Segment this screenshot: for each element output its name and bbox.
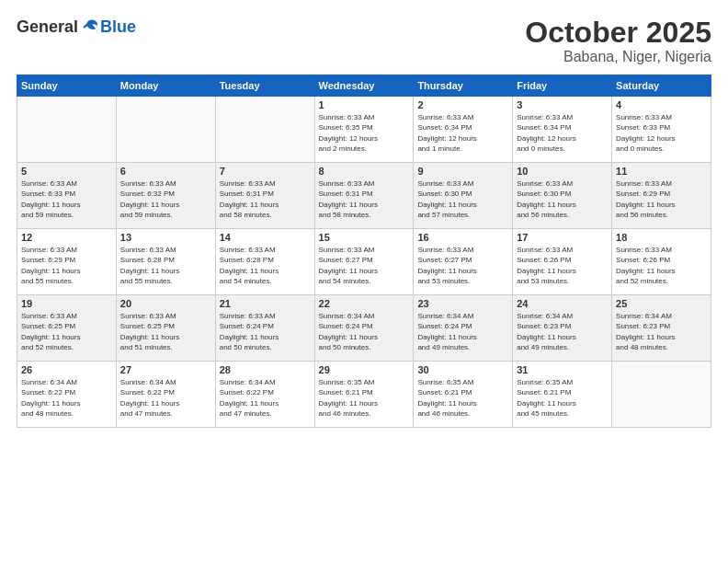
calendar-cell: 20Sunrise: 6:33 AM Sunset: 6:25 PM Dayli… — [116, 295, 215, 362]
calendar-cell: 1Sunrise: 6:33 AM Sunset: 6:35 PM Daylig… — [314, 97, 414, 163]
day-number: 6 — [120, 166, 211, 177]
day-number: 22 — [319, 298, 410, 309]
col-monday: Monday — [116, 75, 215, 97]
day-number: 24 — [517, 298, 608, 309]
day-info: Sunrise: 6:34 AM Sunset: 6:22 PM Dayligh… — [21, 377, 112, 419]
calendar-week-row-1: 1Sunrise: 6:33 AM Sunset: 6:35 PM Daylig… — [17, 97, 711, 163]
calendar-cell: 16Sunrise: 6:33 AM Sunset: 6:27 PM Dayli… — [414, 229, 513, 295]
day-number: 12 — [21, 232, 112, 243]
calendar-cell: 28Sunrise: 6:34 AM Sunset: 6:22 PM Dayli… — [215, 362, 314, 428]
col-sunday: Sunday — [17, 75, 117, 97]
day-number: 18 — [616, 232, 707, 243]
day-info: Sunrise: 6:33 AM Sunset: 6:35 PM Dayligh… — [319, 112, 410, 154]
calendar-cell: 29Sunrise: 6:35 AM Sunset: 6:21 PM Dayli… — [314, 362, 414, 428]
title-block: October 2025 Babana, Niger, Nigeria — [525, 17, 711, 65]
calendar-table: Sunday Monday Tuesday Wednesday Thursday… — [17, 75, 711, 428]
col-friday: Friday — [513, 75, 612, 97]
calendar-cell: 7Sunrise: 6:33 AM Sunset: 6:31 PM Daylig… — [215, 163, 314, 229]
day-info: Sunrise: 6:33 AM Sunset: 6:24 PM Dayligh… — [220, 311, 311, 352]
month-title: October 2025 — [525, 17, 711, 49]
day-info: Sunrise: 6:33 AM Sunset: 6:29 PM Dayligh… — [616, 178, 707, 220]
calendar-cell: 26Sunrise: 6:34 AM Sunset: 6:22 PM Dayli… — [17, 362, 117, 428]
calendar-week-row-2: 5Sunrise: 6:33 AM Sunset: 6:33 PM Daylig… — [17, 163, 711, 229]
calendar-cell: 14Sunrise: 6:33 AM Sunset: 6:28 PM Dayli… — [215, 229, 314, 295]
calendar-cell — [17, 97, 117, 163]
calendar-cell — [116, 97, 215, 163]
day-number: 9 — [417, 166, 508, 177]
day-info: Sunrise: 6:34 AM Sunset: 6:23 PM Dayligh… — [517, 311, 608, 352]
logo-general-text: General — [17, 17, 78, 37]
day-number: 11 — [616, 166, 707, 177]
day-number: 15 — [319, 232, 410, 243]
day-info: Sunrise: 6:33 AM Sunset: 6:29 PM Dayligh… — [21, 245, 112, 286]
day-info: Sunrise: 6:33 AM Sunset: 6:28 PM Dayligh… — [120, 245, 211, 286]
calendar-cell: 23Sunrise: 6:34 AM Sunset: 6:24 PM Dayli… — [414, 295, 513, 362]
calendar-cell: 17Sunrise: 6:33 AM Sunset: 6:26 PM Dayli… — [513, 229, 612, 295]
calendar-cell: 8Sunrise: 6:33 AM Sunset: 6:31 PM Daylig… — [314, 163, 414, 229]
calendar-cell: 27Sunrise: 6:34 AM Sunset: 6:22 PM Dayli… — [116, 362, 215, 428]
day-info: Sunrise: 6:33 AM Sunset: 6:30 PM Dayligh… — [517, 178, 608, 220]
day-info: Sunrise: 6:33 AM Sunset: 6:25 PM Dayligh… — [120, 311, 211, 352]
calendar-cell: 3Sunrise: 6:33 AM Sunset: 6:34 PM Daylig… — [513, 97, 612, 163]
day-info: Sunrise: 6:34 AM Sunset: 6:23 PM Dayligh… — [616, 311, 707, 352]
calendar-cell: 19Sunrise: 6:33 AM Sunset: 6:25 PM Dayli… — [17, 295, 117, 362]
day-info: Sunrise: 6:33 AM Sunset: 6:25 PM Dayligh… — [21, 311, 112, 352]
calendar-cell: 2Sunrise: 6:33 AM Sunset: 6:34 PM Daylig… — [414, 97, 513, 163]
day-info: Sunrise: 6:34 AM Sunset: 6:24 PM Dayligh… — [417, 311, 508, 352]
day-number: 10 — [517, 166, 608, 177]
day-info: Sunrise: 6:33 AM Sunset: 6:34 PM Dayligh… — [517, 112, 608, 154]
day-info: Sunrise: 6:35 AM Sunset: 6:21 PM Dayligh… — [319, 377, 410, 419]
day-number: 28 — [220, 364, 311, 375]
calendar-cell: 6Sunrise: 6:33 AM Sunset: 6:32 PM Daylig… — [116, 163, 215, 229]
calendar-cell: 25Sunrise: 6:34 AM Sunset: 6:23 PM Dayli… — [612, 295, 711, 362]
calendar-week-row-4: 19Sunrise: 6:33 AM Sunset: 6:25 PM Dayli… — [17, 295, 711, 362]
day-number: 1 — [319, 99, 410, 110]
calendar-cell: 18Sunrise: 6:33 AM Sunset: 6:26 PM Dayli… — [612, 229, 711, 295]
calendar-week-row-3: 12Sunrise: 6:33 AM Sunset: 6:29 PM Dayli… — [17, 229, 711, 295]
day-info: Sunrise: 6:33 AM Sunset: 6:33 PM Dayligh… — [616, 112, 707, 154]
day-number: 4 — [616, 99, 707, 110]
calendar-cell: 4Sunrise: 6:33 AM Sunset: 6:33 PM Daylig… — [612, 97, 711, 163]
day-info: Sunrise: 6:33 AM Sunset: 6:28 PM Dayligh… — [220, 245, 311, 286]
day-info: Sunrise: 6:33 AM Sunset: 6:26 PM Dayligh… — [616, 245, 707, 286]
calendar-cell — [215, 97, 314, 163]
logo: General Blue — [17, 17, 136, 37]
day-number: 16 — [417, 232, 508, 243]
day-number: 17 — [517, 232, 608, 243]
col-saturday: Saturday — [612, 75, 711, 97]
day-number: 8 — [319, 166, 410, 177]
calendar-week-row-5: 26Sunrise: 6:34 AM Sunset: 6:22 PM Dayli… — [17, 362, 711, 428]
day-info: Sunrise: 6:35 AM Sunset: 6:21 PM Dayligh… — [417, 377, 508, 419]
calendar-cell: 11Sunrise: 6:33 AM Sunset: 6:29 PM Dayli… — [612, 163, 711, 229]
calendar-cell: 30Sunrise: 6:35 AM Sunset: 6:21 PM Dayli… — [414, 362, 513, 428]
page-header: General Blue October 2025 Babana, Niger,… — [17, 17, 711, 65]
day-info: Sunrise: 6:33 AM Sunset: 6:27 PM Dayligh… — [417, 245, 508, 286]
day-info: Sunrise: 6:33 AM Sunset: 6:33 PM Dayligh… — [21, 178, 112, 220]
day-number: 14 — [220, 232, 311, 243]
col-wednesday: Wednesday — [314, 75, 414, 97]
day-number: 31 — [517, 364, 608, 375]
day-number: 3 — [517, 99, 608, 110]
col-tuesday: Tuesday — [215, 75, 314, 97]
day-info: Sunrise: 6:33 AM Sunset: 6:26 PM Dayligh… — [517, 245, 608, 286]
calendar-cell: 31Sunrise: 6:35 AM Sunset: 6:21 PM Dayli… — [513, 362, 612, 428]
day-number: 29 — [319, 364, 410, 375]
day-number: 23 — [417, 298, 508, 309]
day-info: Sunrise: 6:33 AM Sunset: 6:31 PM Dayligh… — [319, 178, 410, 220]
calendar-cell: 15Sunrise: 6:33 AM Sunset: 6:27 PM Dayli… — [314, 229, 414, 295]
day-info: Sunrise: 6:33 AM Sunset: 6:32 PM Dayligh… — [120, 178, 211, 220]
day-info: Sunrise: 6:35 AM Sunset: 6:21 PM Dayligh… — [517, 377, 608, 419]
day-info: Sunrise: 6:33 AM Sunset: 6:31 PM Dayligh… — [220, 178, 311, 220]
calendar-cell: 5Sunrise: 6:33 AM Sunset: 6:33 PM Daylig… — [17, 163, 117, 229]
day-info: Sunrise: 6:34 AM Sunset: 6:22 PM Dayligh… — [220, 377, 311, 419]
logo-blue-text: Blue — [100, 17, 136, 37]
calendar-cell — [612, 362, 711, 428]
calendar-cell: 10Sunrise: 6:33 AM Sunset: 6:30 PM Dayli… — [513, 163, 612, 229]
day-info: Sunrise: 6:33 AM Sunset: 6:27 PM Dayligh… — [319, 245, 410, 286]
calendar-cell: 22Sunrise: 6:34 AM Sunset: 6:24 PM Dayli… — [314, 295, 414, 362]
day-info: Sunrise: 6:34 AM Sunset: 6:22 PM Dayligh… — [120, 377, 211, 419]
day-number: 26 — [21, 364, 112, 375]
day-number: 21 — [220, 298, 311, 309]
day-number: 25 — [616, 298, 707, 309]
day-info: Sunrise: 6:34 AM Sunset: 6:24 PM Dayligh… — [319, 311, 410, 352]
